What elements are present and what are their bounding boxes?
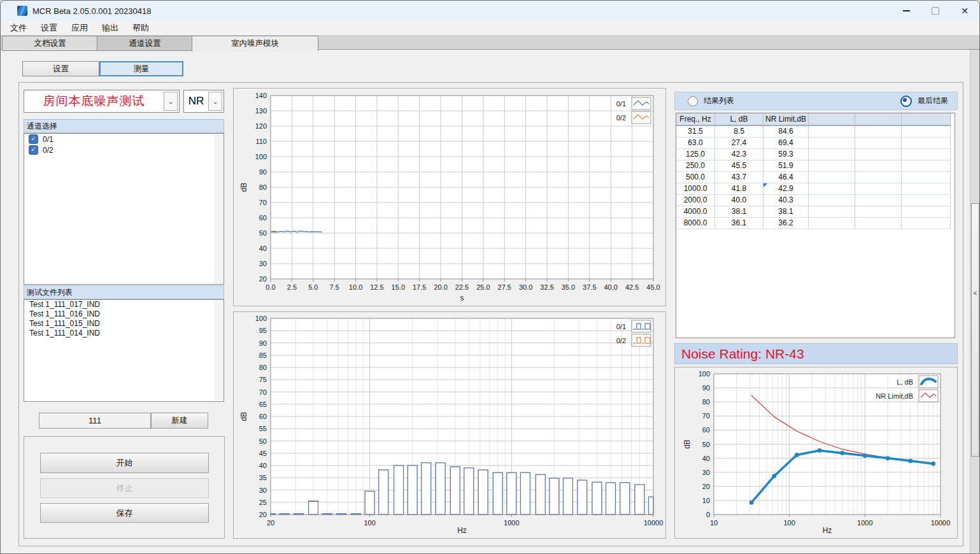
- table-cell[interactable]: [809, 149, 855, 160]
- tab-document-settings[interactable]: 文档设置: [2, 36, 98, 51]
- table-cell[interactable]: [809, 206, 855, 218]
- table-row[interactable]: 250.045.551.9: [676, 160, 955, 172]
- results-table[interactable]: Freq., HzL, dBNR Limit,dB31.58.584.663.0…: [676, 113, 955, 338]
- table-cell[interactable]: 2000.0: [676, 195, 715, 206]
- checkbox-checked-icon[interactable]: ✓: [29, 145, 38, 155]
- new-button[interactable]: 新建: [151, 413, 208, 429]
- table-cell[interactable]: [809, 138, 855, 149]
- table-cell[interactable]: 27.4: [715, 138, 763, 149]
- table-cell[interactable]: [855, 183, 902, 195]
- scrollbar-track[interactable]: [214, 134, 223, 283]
- table-row[interactable]: 8000.036.136.2: [676, 218, 955, 229]
- menu-application[interactable]: 应用: [64, 20, 95, 36]
- table-cell[interactable]: 4000.0: [676, 206, 715, 218]
- menu-help[interactable]: 帮助: [125, 20, 156, 36]
- table-cell[interactable]: [855, 138, 902, 149]
- file-name-input[interactable]: 111: [39, 413, 151, 429]
- table-cell[interactable]: 41.8: [715, 183, 763, 195]
- chevron-down-icon[interactable]: ⌄: [164, 92, 178, 111]
- start-button[interactable]: 开始: [40, 453, 209, 473]
- table-cell[interactable]: [855, 126, 902, 138]
- menu-file[interactable]: 文件: [3, 20, 34, 36]
- table-cell[interactable]: 42.3: [715, 149, 763, 160]
- radio-last-result-label[interactable]: 最后结果: [918, 96, 948, 106]
- table-cell[interactable]: 51.9: [763, 160, 809, 172]
- checkbox-checked-icon[interactable]: ✓: [29, 134, 38, 144]
- table-cell[interactable]: 250.0: [676, 160, 715, 172]
- table-cell[interactable]: 46.4: [763, 172, 809, 183]
- channel-item[interactable]: ✓0/1: [24, 134, 224, 145]
- tab-indoor-noise-module[interactable]: 室内噪声模块: [192, 36, 318, 52]
- table-cell[interactable]: 500.0: [676, 172, 715, 183]
- table-cell[interactable]: [855, 218, 902, 229]
- subtab-settings[interactable]: 设置: [22, 61, 99, 76]
- table-cell[interactable]: 40.3: [763, 195, 809, 206]
- table-cell[interactable]: [809, 183, 855, 195]
- test-file-item[interactable]: Test 1_111_016_IND: [24, 309, 224, 319]
- table-cell[interactable]: [809, 126, 855, 138]
- table-cell[interactable]: 38.1: [763, 206, 809, 218]
- table-cell[interactable]: [809, 172, 855, 183]
- table-row[interactable]: 1000.041.842.9: [676, 183, 955, 195]
- table-row[interactable]: 63.027.469.4: [676, 138, 955, 149]
- chevron-down-icon[interactable]: ⌄: [208, 92, 222, 111]
- test-file-item[interactable]: Test 1_111_015_IND: [24, 319, 224, 329]
- test-file-list[interactable]: Test 1_111_017_INDTest 1_111_016_INDTest…: [24, 299, 224, 402]
- table-cell[interactable]: [902, 195, 951, 206]
- table-row[interactable]: 125.042.359.3: [676, 149, 955, 160]
- test-type-combo[interactable]: 房间本底噪声测试 ⌄: [24, 90, 180, 113]
- table-cell[interactable]: 36.1: [715, 218, 763, 229]
- subtab-measure[interactable]: 测量: [99, 61, 183, 76]
- table-cell[interactable]: [902, 172, 951, 183]
- table-cell[interactable]: 59.3: [763, 149, 809, 160]
- maximize-button[interactable]: [921, 1, 950, 21]
- save-button[interactable]: 保存: [40, 503, 209, 523]
- table-cell[interactable]: 42.9: [763, 183, 809, 195]
- table-row[interactable]: 4000.038.138.1: [676, 206, 955, 218]
- scrollbar-track[interactable]: [214, 301, 223, 401]
- table-cell[interactable]: [902, 206, 951, 218]
- table-cell[interactable]: [902, 183, 951, 195]
- radio-result-list[interactable]: [688, 96, 698, 106]
- table-row[interactable]: 500.043.746.4: [676, 172, 955, 183]
- table-cell[interactable]: 43.7: [715, 172, 763, 183]
- table-row[interactable]: 31.58.584.6: [676, 126, 955, 138]
- table-cell[interactable]: [902, 160, 951, 172]
- close-button[interactable]: ✕: [950, 1, 979, 21]
- table-cell[interactable]: [902, 126, 951, 138]
- table-cell[interactable]: [902, 138, 951, 149]
- table-cell[interactable]: [902, 218, 951, 229]
- table-cell[interactable]: [855, 149, 902, 160]
- tab-channel-settings[interactable]: 通道设置: [97, 36, 193, 51]
- radio-result-list-label[interactable]: 结果列表: [704, 96, 734, 106]
- table-cell[interactable]: 125.0: [676, 149, 715, 160]
- table-cell[interactable]: [855, 206, 902, 218]
- table-cell[interactable]: 45.5: [715, 160, 763, 172]
- table-cell[interactable]: 31.5: [676, 126, 715, 138]
- table-cell[interactable]: [809, 218, 855, 229]
- table-cell[interactable]: 84.6: [763, 126, 809, 138]
- table-cell[interactable]: 38.1: [715, 206, 763, 218]
- table-cell[interactable]: [809, 195, 855, 206]
- channel-list[interactable]: ✓0/1✓0/2: [24, 133, 224, 285]
- channel-item[interactable]: ✓0/2: [24, 145, 224, 155]
- table-cell[interactable]: 1000.0: [676, 183, 715, 195]
- menu-output[interactable]: 输出: [95, 20, 125, 36]
- rating-combo[interactable]: NR ⌄: [183, 90, 224, 113]
- test-file-item[interactable]: Test 1_111_017_IND: [24, 300, 224, 309]
- table-cell[interactable]: 8.5: [715, 126, 763, 138]
- radio-last-result[interactable]: [900, 96, 912, 107]
- table-cell[interactable]: [855, 195, 902, 206]
- table-cell[interactable]: [809, 160, 855, 172]
- table-cell[interactable]: 40.0: [715, 195, 763, 206]
- table-cell[interactable]: [902, 149, 951, 160]
- table-cell[interactable]: 63.0: [676, 138, 715, 149]
- test-file-item[interactable]: Test 1_111_014_IND: [24, 329, 224, 338]
- minimize-button[interactable]: [891, 1, 921, 21]
- table-cell[interactable]: [855, 172, 902, 183]
- menu-settings[interactable]: 设置: [34, 20, 64, 36]
- table-cell[interactable]: 69.4: [763, 138, 809, 149]
- table-cell[interactable]: 36.2: [763, 218, 809, 229]
- table-cell[interactable]: [855, 160, 902, 172]
- table-row[interactable]: 2000.040.040.3: [676, 195, 955, 206]
